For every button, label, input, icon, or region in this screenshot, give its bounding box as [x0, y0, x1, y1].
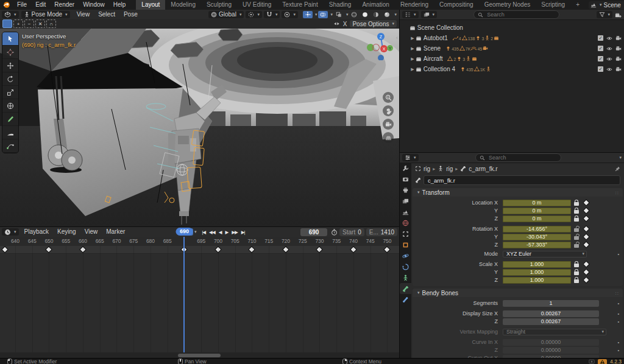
- select-mode-subtract[interactable]: −: [24, 19, 34, 28]
- outliner-search-input[interactable]: [486, 11, 555, 18]
- properties-tab-output[interactable]: [400, 184, 411, 195]
- timeline-editor-type-button[interactable]: ▾: [2, 228, 19, 236]
- auto-keying-dropdown[interactable]: ▾: [194, 229, 197, 234]
- show-overlays-dropdown[interactable]: ▾: [330, 12, 333, 17]
- properties-tab-bone[interactable]: [400, 283, 411, 294]
- property-field[interactable]: -14.656°: [503, 226, 571, 233]
- expand-arrow-icon[interactable]: ▶: [410, 67, 416, 72]
- frame-end-field[interactable]: E... 1410: [366, 228, 397, 236]
- breadcrumb-item[interactable]: rig: [424, 166, 430, 172]
- animate-dot[interactable]: •: [614, 319, 623, 324]
- rotation-mode-dropdown[interactable]: XYZ Euler ▾: [503, 251, 587, 257]
- property-field[interactable]: 1.000: [503, 277, 571, 284]
- measure-tool-button[interactable]: [2, 126, 18, 139]
- outliner-filter-button[interactable]: ▾: [597, 11, 613, 18]
- workspace-tab-layout[interactable]: Layout: [136, 0, 165, 10]
- select-mode-invert[interactable]: ✕: [35, 19, 45, 28]
- workspace-tab-shading[interactable]: Shading: [324, 0, 357, 10]
- lock-icon[interactable]: [574, 279, 579, 283]
- keyframe-diamond[interactable]: [2, 247, 7, 252]
- lock-icon[interactable]: [574, 218, 579, 222]
- current-frame-badge[interactable]: 690: [176, 228, 193, 236]
- property-field[interactable]: -30.043°: [503, 234, 571, 240]
- panel-grip-icon[interactable]: ::: [615, 190, 619, 195]
- properties-tab-object-box[interactable]: [400, 228, 411, 239]
- expand-arrow-icon[interactable]: ▶: [410, 57, 416, 61]
- outliner-row[interactable]: ▶ Autobot1413832✓: [400, 33, 624, 43]
- property-dropdown[interactable]: Straight▾: [503, 329, 606, 335]
- viewport-menu-select[interactable]: Select: [94, 10, 119, 19]
- pivot-dropdown[interactable]: ▾: [246, 11, 262, 18]
- properties-tab-bone-constraint[interactable]: [400, 294, 411, 305]
- show-overlays-toggle[interactable]: [318, 11, 328, 18]
- property-field[interactable]: 0 m: [503, 200, 571, 206]
- exclude-checkbox[interactable]: ✓: [598, 56, 603, 61]
- bendy-bones-panel-header[interactable]: ▾Bendy Bones ::: [413, 289, 623, 297]
- breadcrumb-item[interactable]: c_arm_fk.r: [469, 166, 497, 172]
- keyframe-diamond-icon[interactable]: [582, 243, 590, 247]
- mirror-icon[interactable]: [333, 21, 340, 27]
- viewport-3d-scene[interactable]: [0, 29, 399, 226]
- navigation-gizmo[interactable]: Z X Y: [366, 31, 393, 60]
- menu-file[interactable]: File: [13, 0, 31, 10]
- properties-tab-physics[interactable]: [400, 250, 411, 261]
- zoom-view-button[interactable]: [383, 92, 394, 103]
- hide-eye-icon[interactable]: [606, 46, 612, 52]
- warning-badge[interactable]: [598, 359, 607, 364]
- animate-dot[interactable]: •: [614, 348, 623, 353]
- next-keyframe-button[interactable]: ▶▶: [230, 229, 239, 235]
- transform-tool-button[interactable]: [2, 99, 18, 113]
- move-tool-button[interactable]: [2, 59, 18, 72]
- current-frame-field[interactable]: 690: [300, 228, 327, 236]
- property-field[interactable]: 1.000: [503, 269, 571, 276]
- timeline-menu-keying[interactable]: Keying: [53, 227, 80, 237]
- sidebar-collapse-arrow[interactable]: ‹: [396, 35, 398, 41]
- exclude-checkbox[interactable]: ✓: [598, 66, 603, 72]
- orientation-dropdown[interactable]: Global▾: [208, 11, 244, 18]
- toggle-xray-dropdown[interactable]: ▾: [346, 12, 349, 17]
- shading-material-toggle[interactable]: [371, 11, 381, 18]
- pose-breakdowner-tool-button[interactable]: [2, 139, 18, 153]
- editor-type-button[interactable]: ▾: [2, 11, 19, 18]
- properties-search[interactable]: [475, 153, 561, 162]
- property-field[interactable]: 0.00267: [503, 318, 599, 325]
- properties-tab-tool[interactable]: [400, 163, 411, 173]
- workspace-tab-compositing[interactable]: Compositing: [434, 0, 479, 10]
- outliner-row[interactable]: ▶ Aircraft23✓: [400, 54, 624, 64]
- scrollbar-thumb[interactable]: [178, 354, 221, 357]
- property-field[interactable]: 0 m: [503, 215, 571, 222]
- grid-view-button[interactable]: [383, 132, 394, 143]
- workspace-tab-uv-editing[interactable]: UV Editing: [237, 0, 277, 10]
- workspace-tab-rendering[interactable]: Rendering: [395, 0, 434, 10]
- scene-selector[interactable]: ▾ Scene ✕: [589, 1, 624, 9]
- hide-eye-icon[interactable]: [606, 66, 612, 72]
- hide-eye-icon[interactable]: [606, 35, 612, 41]
- outliner-row[interactable]: Scene Collection: [400, 23, 624, 33]
- disable-render-icon[interactable]: [615, 56, 622, 62]
- property-field[interactable]: 1: [503, 300, 599, 307]
- disable-render-icon[interactable]: [615, 35, 622, 41]
- play-reverse-button[interactable]: ◀: [217, 229, 224, 235]
- animate-dot[interactable]: •: [614, 301, 623, 306]
- disable-render-icon[interactable]: [615, 46, 622, 52]
- transform-panel-header[interactable]: ▾Transform ::: [413, 188, 623, 197]
- lock-icon[interactable]: [574, 202, 579, 206]
- toggle-xray-toggle[interactable]: [334, 11, 344, 18]
- snap-dropdown[interactable]: ▾: [264, 11, 280, 18]
- disable-render-icon[interactable]: [615, 66, 622, 72]
- properties-tab-scene[interactable]: [400, 206, 411, 217]
- workspace-tab-modeling[interactable]: Modeling: [165, 0, 201, 10]
- keyframe-diamond-icon[interactable]: [582, 270, 590, 274]
- unlock-icon[interactable]: [574, 244, 579, 248]
- select-mode-set[interactable]: [2, 19, 12, 28]
- pan-view-button[interactable]: [383, 105, 394, 116]
- properties-tab-render[interactable]: [400, 173, 411, 184]
- property-field[interactable]: 0.00267: [503, 310, 599, 317]
- properties-editor-type-button[interactable]: ▾: [402, 154, 419, 161]
- workspace-tab-animation[interactable]: Animation: [356, 0, 394, 10]
- keyframe-diamond-icon[interactable]: [582, 201, 590, 205]
- select-mode-extend[interactable]: +: [13, 19, 23, 28]
- properties-tab-view-layer[interactable]: [400, 195, 411, 206]
- timeline-track[interactable]: [0, 246, 399, 352]
- prev-keyframe-button[interactable]: ◀◀: [207, 229, 217, 235]
